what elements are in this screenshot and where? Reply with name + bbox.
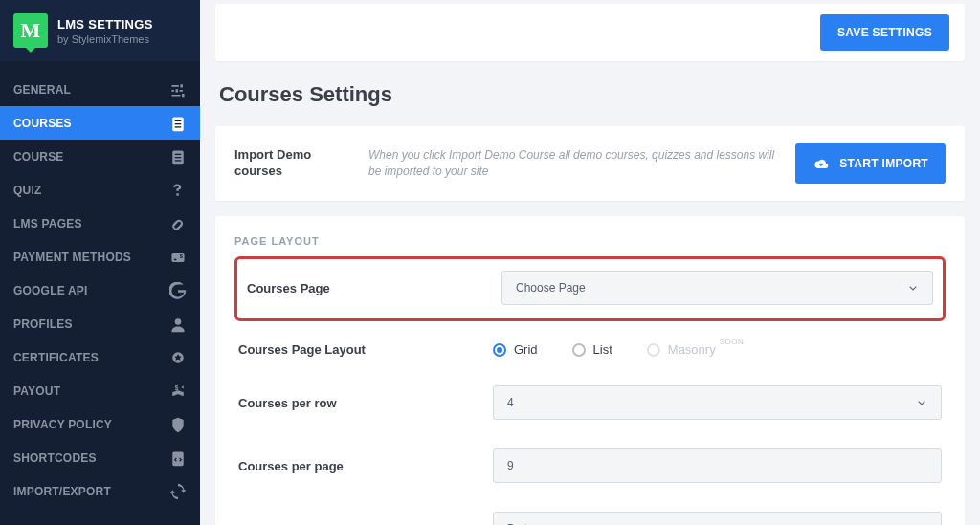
sidebar-item-courses[interactable]: COURSES (0, 106, 200, 140)
radio-icon (572, 343, 586, 357)
question-icon (169, 182, 187, 199)
radio-icon (647, 343, 660, 357)
app-subtitle: by StylemixThemes (57, 33, 153, 45)
radio-icon (493, 343, 506, 357)
sidebar-item-label: PAYMENT METHODS (13, 251, 131, 264)
sidebar-item-label: COURSE (13, 150, 64, 164)
chevron-down-icon (907, 282, 919, 294)
sidebar-item-profiles[interactable]: PROFILES (0, 307, 200, 340)
per-row-label: Courses per row (238, 396, 493, 410)
courses-page-value: Choose Page (516, 281, 586, 295)
payment-icon (169, 249, 187, 266)
import-description: When you click Import Demo Course all de… (368, 147, 776, 180)
layout-radio-list[interactable]: List (572, 342, 612, 357)
sidebar-item-label: SHORTCODES (13, 451, 97, 465)
sidebar-item-payment-methods[interactable]: PAYMENT METHODS (0, 240, 200, 273)
page-layout-panel: PAGE LAYOUT Courses Page Choose Page Cou… (215, 216, 965, 525)
sliders-icon (169, 81, 187, 98)
per-page-label: Courses per page (238, 459, 493, 473)
profile-icon (169, 316, 187, 333)
sidebar-item-label: IMPORT/EXPORT (13, 485, 111, 498)
sidebar-item-general[interactable]: GENERAL (0, 73, 200, 106)
sidebar-item-payout[interactable]: PAYOUT (0, 374, 200, 407)
chevron-down-icon (916, 397, 927, 408)
per-page-input[interactable] (493, 448, 942, 483)
sidebar-item-privacy-policy[interactable]: PRIVACY POLICY (0, 407, 200, 441)
save-settings-button[interactable]: SAVE SETTINGS (820, 14, 949, 51)
sidebar-header: M LMS SETTINGS by StylemixThemes (0, 0, 200, 61)
sidebar-item-lms-pages[interactable]: LMS PAGES (0, 207, 200, 240)
sidebar: M LMS SETTINGS by StylemixThemes GENERAL… (0, 0, 200, 525)
save-settings-label: SAVE SETTINGS (837, 26, 932, 39)
section-heading: PAGE LAYOUT (234, 235, 946, 247)
load-more-label: Load More Type (238, 522, 493, 526)
sidebar-item-course[interactable]: COURSE (0, 140, 200, 173)
shield-icon (169, 416, 187, 433)
main-area: SAVE SETTINGS Courses Settings Import De… (200, 0, 980, 525)
sidebar-item-google-api[interactable]: GOOGLE API (0, 273, 200, 307)
import-label: Import Demo courses (234, 147, 349, 180)
sidebar-item-label: GOOGLE API (13, 284, 88, 297)
link-icon (169, 215, 187, 232)
cloud-download-icon (813, 155, 830, 172)
list-icon (169, 148, 187, 165)
sidebar-item-label: LMS PAGES (13, 217, 82, 230)
layout-label: Courses Page Layout (238, 342, 493, 357)
google-icon (169, 282, 187, 299)
per-row-select[interactable]: 4 (493, 385, 942, 420)
import-panel: Import Demo courses When you click Impor… (215, 126, 965, 201)
soon-badge: SOON (720, 338, 745, 346)
sidebar-item-certificates[interactable]: CERTIFICATES (0, 340, 200, 374)
payout-icon (169, 383, 187, 400)
sync-icon (169, 483, 187, 500)
sidebar-item-label: GENERAL (13, 83, 71, 97)
sidebar-item-label: PROFILES (13, 317, 73, 331)
start-import-label: START IMPORT (839, 157, 928, 170)
sidebar-item-label: PRIVACY POLICY (13, 418, 112, 431)
courses-page-highlight: Courses Page Choose Page (234, 256, 946, 321)
sidebar-nav: GENERALCOURSESCOURSEQUIZLMS PAGESPAYMENT… (0, 61, 200, 525)
sidebar-item-label: QUIZ (13, 184, 41, 197)
layout-radio-masonry: MasonrySOON (647, 342, 744, 357)
sidebar-item-label: CERTIFICATES (13, 351, 99, 364)
sidebar-item-shortcodes[interactable]: SHORTCODES (0, 441, 200, 474)
topbar: SAVE SETTINGS (215, 4, 965, 61)
courses-page-select[interactable]: Choose Page (501, 271, 933, 305)
app-title: LMS SETTINGS (57, 17, 153, 32)
load-more-select[interactable]: Button (493, 512, 942, 525)
sidebar-item-label: COURSES (13, 117, 72, 130)
list-icon (169, 115, 187, 132)
layout-radio-group: GridListMasonrySOON (493, 342, 942, 357)
app-title-block: LMS SETTINGS by StylemixThemes (57, 17, 153, 45)
sidebar-item-import-export[interactable]: IMPORT/EXPORT (0, 474, 200, 508)
per-row-value: 4 (507, 396, 514, 409)
sidebar-item-label: PAYOUT (13, 384, 60, 398)
app-logo: M (13, 13, 48, 48)
badge-icon (169, 349, 187, 366)
courses-page-label: Courses Page (247, 281, 501, 295)
sidebar-item-quiz[interactable]: QUIZ (0, 173, 200, 207)
layout-radio-grid[interactable]: Grid (493, 342, 538, 357)
radio-label: Grid (514, 342, 538, 357)
start-import-button[interactable]: START IMPORT (795, 143, 946, 184)
page-title: Courses Settings (219, 82, 961, 107)
radio-label: Masonry (668, 342, 716, 357)
code-icon (169, 449, 187, 467)
radio-label: List (593, 342, 612, 357)
